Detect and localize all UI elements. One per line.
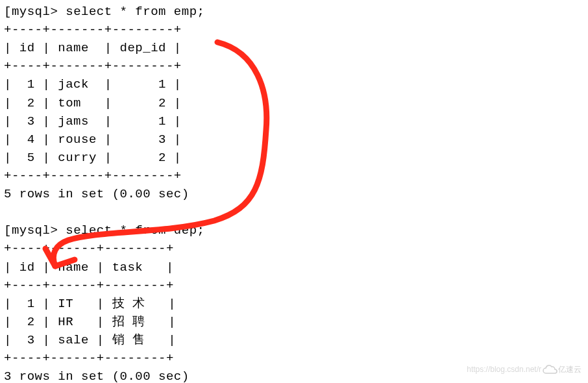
- table-row: | 3 | jams | 1 |: [4, 114, 182, 129]
- mysql-prompt: [mysql> select * from dep;: [4, 223, 204, 238]
- table-row: | 3 | sale | 销 售 |: [4, 333, 176, 347]
- dep-table-border: +----+------+--------+: [4, 278, 174, 293]
- sql-query-2: select * from dep;: [66, 223, 204, 238]
- sql-query-1: select * from emp;: [66, 5, 204, 19]
- mysql-prompt: [mysql> select * from emp;: [4, 5, 204, 19]
- dep-table-border: +----+------+--------+: [4, 241, 174, 256]
- table-row: | 1 | IT | 技 术 |: [4, 297, 176, 311]
- table-row: | 2 | tom | 2 |: [4, 96, 182, 110]
- emp-table-border: +----+-------+--------+: [4, 23, 182, 37]
- terminal-output: [mysql> select * from emp; +----+-------…: [0, 0, 588, 383]
- query1-status: 5 rows in set (0.00 sec): [4, 187, 190, 201]
- dep-table-border: +----+------+--------+: [4, 351, 174, 365]
- table-row: | 1 | jack | 1 |: [4, 77, 182, 92]
- table-row: | 4 | rouse | 3 |: [4, 132, 182, 147]
- brand-logo: 亿速云: [541, 361, 582, 379]
- cloud-icon: [541, 364, 558, 376]
- query2-status: 3 rows in set (0.00 sec): [4, 369, 190, 383]
- table-row: | 2 | HR | 招 聘 |: [4, 315, 176, 329]
- emp-table-header: | id | name | dep_id |: [4, 41, 182, 55]
- brand-text: 亿速云: [558, 364, 582, 376]
- emp-table-border: +----+-------+--------+: [4, 169, 182, 183]
- table-row: | 5 | curry | 2 |: [4, 151, 182, 165]
- csdn-watermark: https://blog.csdn.net/r: [467, 364, 541, 376]
- dep-table-header: | id | name | task |: [4, 260, 174, 275]
- emp-table-border: +----+-------+--------+: [4, 59, 182, 73]
